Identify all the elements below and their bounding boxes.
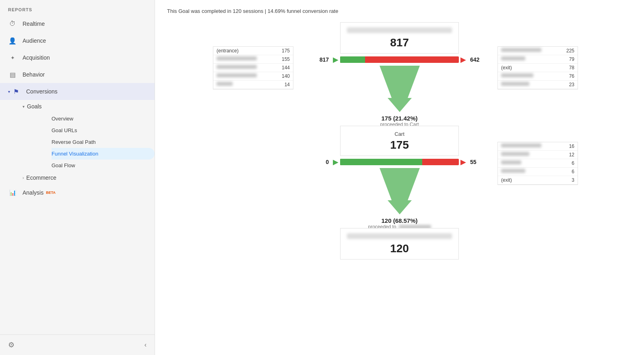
- step3-stage-box: 120: [340, 228, 459, 260]
- step1-entry-row-4: 14: [213, 81, 293, 89]
- summary-text: This Goal was completed in 120 sessions …: [167, 8, 632, 14]
- step1-exit-row-2: (exit) 78: [498, 64, 578, 72]
- sidebar-item-audience[interactable]: 👤 Audience: [0, 32, 155, 49]
- entry-value-3: 140: [282, 73, 290, 79]
- step1-progress-bar: [340, 56, 459, 63]
- step1-blur-bar: [347, 27, 452, 33]
- exit-blur-0: [501, 48, 541, 52]
- step1-center: 817 817 ▶ ▶ 642: [305, 22, 494, 130]
- svg-marker-3: [388, 200, 412, 214]
- sidebar-item-reverse-goal-path[interactable]: Reverse Goal Path: [52, 136, 155, 148]
- step1-exits-panel: 225 79 (exit) 78 76: [497, 46, 578, 89]
- step2-number: 175: [347, 139, 452, 152]
- reports-label: REPORTS: [0, 0, 155, 15]
- exit-value-2: 78: [569, 65, 574, 71]
- step2-exit-value-2: 6: [572, 160, 574, 166]
- step2-green-bar: [340, 159, 422, 165]
- audience-icon: 👤: [8, 36, 17, 45]
- conversions-chevron: ▾: [8, 89, 10, 94]
- step2-exit-row-0: 16: [498, 142, 578, 151]
- entry-value-0: 175: [282, 48, 290, 54]
- sidebar-item-label: Realtime: [23, 21, 45, 27]
- goals-label: Goals: [27, 103, 42, 110]
- step1-entry-row-1: 155: [213, 55, 293, 64]
- exit-blur-1: [501, 56, 525, 60]
- sidebar-item-overview[interactable]: Overview: [52, 113, 155, 125]
- exit-value-4: 23: [569, 82, 574, 87]
- entry-value-1: 155: [282, 56, 290, 62]
- sidebar-item-label: Behavior: [23, 71, 45, 78]
- step1-entry-row-3: 140: [213, 72, 293, 81]
- goal-flow-label: Goal Flow: [52, 162, 75, 168]
- step3-center: 120: [340, 228, 459, 260]
- step2-exit-row-2: 6: [498, 159, 578, 168]
- exit-blur-3: [501, 73, 533, 77]
- step2-funnel-svg: [355, 168, 444, 216]
- sidebar-item-analysis[interactable]: 📊 Analysis BETA: [0, 184, 155, 201]
- step2-exit-blur-0: [501, 143, 541, 147]
- svg-marker-0: [380, 66, 420, 98]
- step2-progress-row: 0 ▶ ▶ 55: [305, 158, 494, 166]
- step1-number: 817: [347, 36, 452, 49]
- step2-exit-value-4: 3: [572, 177, 574, 183]
- conversions-icon: ⚑: [12, 87, 21, 96]
- sidebar-item-realtime[interactable]: ⏱ Realtime: [0, 15, 155, 32]
- sidebar-item-conversions[interactable]: ▾ ⚑ Conversions: [0, 83, 155, 100]
- step2-exit-value-1: 12: [569, 152, 574, 158]
- main-content: This Goal was completed in 120 sessions …: [155, 0, 644, 355]
- sidebar-item-label: Acquisition: [23, 54, 50, 61]
- sidebar-item-funnel-visualization[interactable]: Funnel Visualization: [52, 148, 155, 160]
- step2-left-value: 0: [305, 159, 329, 165]
- analysis-icon: 📊: [8, 188, 17, 197]
- step1-entries-panel: (entrance) 175 155 144 140: [213, 46, 293, 89]
- gear-icon[interactable]: ⚙: [8, 340, 14, 349]
- goal-urls-label: Goal URLs: [52, 127, 77, 133]
- sidebar-item-label: Conversions: [26, 88, 58, 95]
- entry-blur-4: [217, 82, 233, 86]
- step1-entry-row-2: 144: [213, 64, 293, 72]
- step2-exit-blur-3: [501, 169, 525, 173]
- entry-value-4: 14: [285, 82, 290, 87]
- sidebar: REPORTS ⏱ Realtime 👤 Audience ✦ Acquisit…: [0, 0, 155, 355]
- step2-exit-blur-1: [501, 152, 529, 156]
- ecommerce-label: Ecommerce: [26, 174, 56, 181]
- acquisition-icon: ✦: [8, 53, 17, 62]
- entry-label-0: (entrance): [217, 48, 239, 54]
- collapse-sidebar-icon[interactable]: ‹: [144, 341, 147, 349]
- sidebar-bottom: ⚙ ‹: [0, 334, 155, 355]
- svg-marker-1: [388, 98, 412, 112]
- step1-stage-box: 817: [340, 22, 459, 54]
- overview-label: Overview: [52, 116, 73, 122]
- sidebar-item-ecommerce[interactable]: › Ecommerce: [23, 171, 155, 184]
- behavior-icon: ▤: [8, 70, 17, 79]
- sidebar-item-goals[interactable]: ▾ Goals: [23, 100, 155, 113]
- step2-right-arrow: ▶: [460, 158, 466, 166]
- step2-proceeded-main: 120 (68.57%): [368, 217, 431, 224]
- analysis-badge: BETA: [46, 191, 56, 195]
- step2-progress-bar: [340, 159, 459, 165]
- step1-left-value: 817: [305, 56, 329, 63]
- sidebar-item-behavior[interactable]: ▤ Behavior: [0, 66, 155, 83]
- entry-blur-1: [217, 56, 257, 60]
- step1-funnel-svg: [355, 66, 444, 114]
- entry-blur-3: [217, 73, 257, 77]
- step2-right-value: 55: [470, 159, 494, 165]
- step1-exit-row-3: 76: [498, 72, 578, 81]
- exit-value-0: 225: [566, 48, 574, 54]
- sidebar-item-goal-flow[interactable]: Goal Flow: [52, 160, 155, 171]
- sidebar-item-label: Audience: [23, 37, 46, 44]
- analysis-label: Analysis: [23, 189, 43, 196]
- step1-progress-row: 817 ▶ ▶ 642: [305, 55, 494, 64]
- step3-number: 120: [347, 242, 452, 255]
- step2-exit-row-1: 12: [498, 151, 578, 159]
- funnel-visualization-label: Funnel Visualization: [52, 151, 98, 157]
- exit-blur-4: [501, 82, 529, 86]
- step2-exit-row-4: (exit) 3: [498, 176, 578, 185]
- step1-green-bar: [340, 56, 365, 63]
- step2-left-arrow: ▶: [333, 158, 339, 166]
- step1-exit-row-4: 23: [498, 81, 578, 89]
- sidebar-item-acquisition[interactable]: ✦ Acquisition: [0, 49, 155, 66]
- step1-right-value: 642: [470, 56, 494, 63]
- step2-stage-box: Cart 175: [340, 126, 459, 156]
- sidebar-item-goal-urls[interactable]: Goal URLs: [52, 125, 155, 136]
